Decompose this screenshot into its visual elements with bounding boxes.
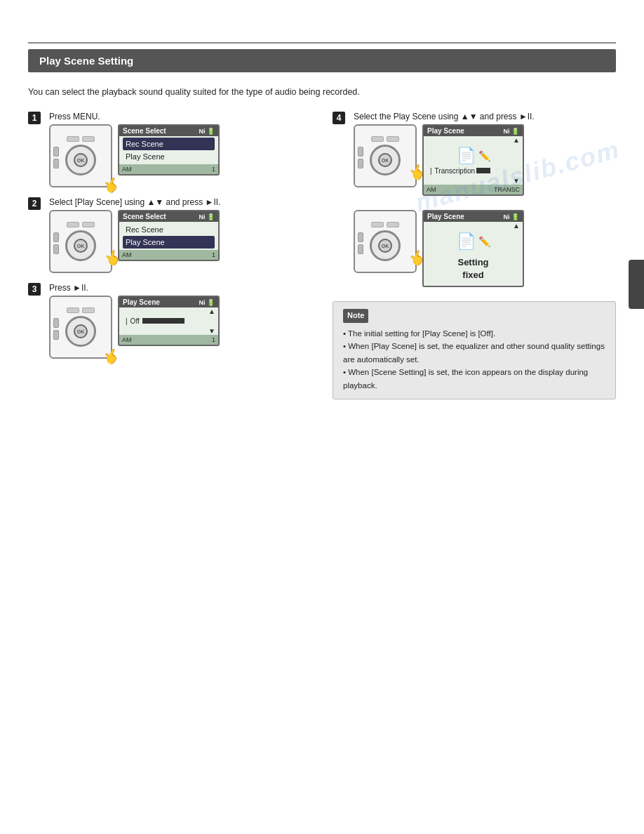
lcd-4b-doc-icon: 📄 [457,234,476,249]
lcd-4a-title: Play Scene [427,127,464,135]
step-4b-images: OK 👆 Play Scene Ni 🔋 ▲ [354,210,524,287]
lcd-4a-doc-icon: 📄 [457,148,476,164]
main-content: 1 Press MENU. [28,112,616,399]
top-btn-3a [67,307,79,313]
device-wheel-inner-3: OK [74,324,88,338]
lcd-4b-battery: Ni 🔋 [503,213,519,220]
step-4b-block: OK 👆 Play Scene Ni 🔋 ▲ [333,210,616,287]
note-label: Note [343,309,368,323]
device-top-buttons-4a [371,136,399,142]
description-text: You can select the playback sound qualit… [28,87,360,97]
lcd-3-title: Play Scene [123,298,160,306]
step-2-label: Select [Play Scene] using ▲▼ and press ►… [49,197,220,207]
lcd-4a-icon-area: 📄 ✏️ [424,144,523,165]
lcd-2-footer: AM 1 [119,250,218,260]
lcd-4b-titlebar: Play Scene Ni 🔋 [424,211,523,222]
device-top-buttons-1 [67,136,95,142]
step-1-device: OK 👆 [49,124,112,187]
step-2-device: OK 👆 [49,210,112,273]
lcd-3-item-off: | Off [123,317,215,326]
step-2-number: 2 [28,197,41,210]
lcd-3-footer: AM 1 [119,335,218,345]
lcd-3-titlebar: Play Scene Ni 🔋 [119,297,218,307]
step-3-device: OK 👆 [49,296,112,359]
left-column: 1 Press MENU. [28,112,311,399]
lcd-1-footer: AM 1 [119,164,218,174]
note-line-2: • When [Play Scene] is set, the equalize… [343,340,605,366]
top-btn-4a1 [371,136,384,142]
note-box: Note • The initial setting for [Play Sce… [333,301,616,399]
side-btn-4a1 [358,147,363,157]
top-btn-2a [67,222,79,227]
lcd-4a-pencil-icon: ✏️ [478,150,490,161]
top-btn-1b [82,136,95,142]
device-wheel-inner-1: OK [74,153,88,167]
lcd-2-titlebar: Scene Select Ni 🔋 [119,211,218,222]
lcd-4a-footer: AM TRANSC [424,185,523,194]
section-header: Play Scene Setting [28,49,616,72]
step-4a-block: 4 Select the Play Scene using ▲▼ and pre… [333,112,616,196]
device-side-buttons-3 [53,318,59,340]
device-wheel-1: OK [65,145,96,176]
lcd-1-footer-left: AM [122,166,132,173]
top-btn-4a2 [387,136,399,142]
top-btn-4b2 [387,222,399,227]
device-wheel-3: OK [65,316,96,347]
lcd-3-arrow-down: ▼ [119,327,218,335]
right-column: 4 Select the Play Scene using ▲▼ and pre… [333,112,616,399]
step-4a-device: OK 👆 [354,124,417,187]
lcd-3-arrow-up: ▲ [119,307,218,315]
side-btn-4b1 [358,232,363,242]
device-illustration-4b: OK [354,210,417,273]
top-decorative-line [28,42,616,44]
device-side-buttons-1 [53,147,59,168]
lcd-1-footer-right: 1 [212,166,215,173]
lcd-4a-body: | Transcription [424,165,523,177]
lcd-4b-icon-area: 📄 ✏️ [424,230,523,251]
top-btn-2b [82,222,95,227]
device-wheel-4a: OK [370,145,401,176]
lcd-3-footer-left: AM [122,336,132,343]
lcd-3-battery: Ni 🔋 [199,299,215,306]
note-line-3: • When [Scene Setting] is set, the icon … [343,366,605,392]
lcd-4b-arrow-up: ▲ [424,222,523,230]
lcd-2-battery: Ni 🔋 [199,213,215,220]
device-illustration-2: OK [49,210,112,273]
device-wheel-4b: OK [370,230,401,261]
description-area: You can select the playback sound qualit… [28,85,616,99]
lcd-2-item-rec-scene: Rec Scene [123,223,215,236]
device-side-buttons-4b [358,232,363,254]
note-line-1: • The initial setting for [Play Scene] i… [343,327,605,340]
step-2-lcd: Scene Select Ni 🔋 Rec Scene Play Scene A… [118,210,220,261]
top-btn-3b [82,307,95,313]
lcd-1-titlebar: Scene Select Ni 🔋 [119,126,218,136]
step-4a-lcd: Play Scene Ni 🔋 ▲ 📄 ✏️ | [422,124,524,196]
device-wheel-inner-2: OK [74,239,88,253]
step-1-label: Press MENU. [49,112,220,121]
side-btn-4a2 [358,159,363,168]
step-2-images: OK 👆 Scene Select Ni 🔋 [49,210,220,273]
lcd-4b-title: Play Scene [427,213,464,220]
lcd-3-footer-right: 1 [212,336,215,343]
step-1-number: 1 [28,112,41,124]
lcd-3-body: | Off [119,315,218,327]
note-section: Note • The initial setting for [Play Sce… [333,301,616,399]
lcd-2-item-play-scene: Play Scene [123,236,215,249]
side-btn-1b [53,159,59,168]
step-3-images: OK 👆 Play Scene Ni 🔋 ▲ [49,296,220,359]
side-btn-1a [53,147,59,157]
device-illustration-4a: OK [354,124,417,187]
lcd-4a-arrow-up: ▲ [424,136,523,144]
side-btn-2b [53,244,59,254]
lcd-1-battery: Ni 🔋 [199,128,215,135]
lcd-1-item-rec-scene: Rec Scene [123,138,215,150]
device-top-buttons-2 [67,222,95,227]
device-wheel-inner-4b: OK [378,239,392,253]
lcd-1-title: Scene Select [123,127,166,135]
lcd-4a-arrow-down: ▼ [424,177,523,185]
device-side-buttons-2 [53,232,59,254]
top-btn-1a [67,136,79,142]
step-1-lcd: Scene Select Ni 🔋 Rec Scene Play Scene A… [118,124,220,176]
device-wheel-2: OK [65,230,96,261]
side-btn-3b [53,330,59,340]
